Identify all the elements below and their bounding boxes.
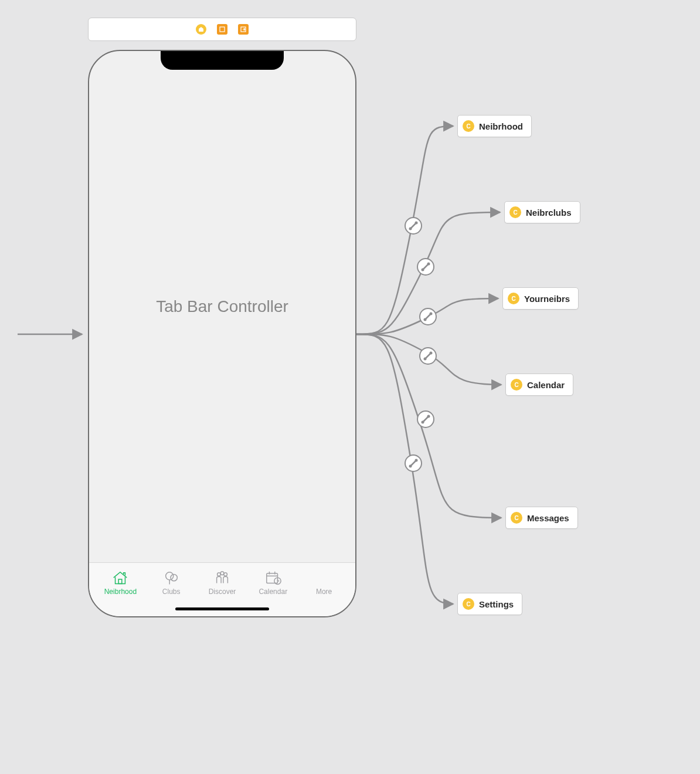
svg-point-16: [319, 576, 322, 579]
segue-badge: [417, 411, 434, 427]
svg-point-21: [409, 228, 412, 230]
svg-rect-4: [119, 579, 123, 584]
destination-neibrclubs[interactable]: C Neibrclubs: [504, 201, 580, 223]
svg-rect-2: [220, 27, 225, 32]
svg-point-26: [427, 263, 430, 266]
svg-line-20: [410, 222, 417, 229]
destination-label: Messages: [527, 513, 569, 523]
destination-neibrhood[interactable]: C Neibrhood: [457, 115, 532, 137]
svg-point-37: [422, 421, 424, 424]
home-indicator: [175, 607, 269, 610]
svg-point-42: [415, 459, 418, 462]
svg-point-29: [424, 318, 427, 321]
destination-yourneibrs[interactable]: C Yourneibrs: [502, 287, 579, 310]
tab-label: More: [316, 588, 332, 596]
svg-point-18: [327, 576, 329, 579]
club-icon: [162, 570, 180, 585]
tab-label: Discover: [209, 588, 236, 596]
tab-label: Calendar: [259, 588, 287, 596]
group-icon: [213, 570, 231, 585]
svg-point-31: [420, 348, 436, 364]
svg-point-22: [415, 222, 418, 225]
svg-line-40: [410, 460, 417, 467]
svg-marker-1: [199, 27, 203, 29]
destination-settings[interactable]: C Settings: [457, 593, 522, 615]
tab-label: Neibrhood: [104, 588, 137, 596]
destination-label: Calendar: [527, 380, 565, 390]
segue-badge: [420, 308, 436, 325]
destination-calendar[interactable]: C Calendar: [505, 374, 573, 396]
svg-point-5: [166, 572, 174, 580]
controller-circle-icon: C: [463, 120, 474, 132]
svg-point-39: [405, 455, 422, 471]
svg-point-9: [224, 573, 227, 576]
tab-more[interactable]: More: [298, 566, 349, 616]
svg-point-17: [322, 576, 325, 579]
svg-point-30: [430, 313, 433, 315]
svg-point-6: [171, 574, 177, 580]
svg-line-36: [422, 416, 429, 423]
calendar-icon: [264, 570, 282, 585]
svg-point-19: [405, 218, 422, 234]
svg-point-35: [417, 411, 434, 427]
tab-neibrhood[interactable]: Neibrhood: [95, 566, 146, 616]
destination-label: Settings: [479, 599, 514, 609]
phone-canvas: Tab Bar Controller Neibrhood: [88, 50, 356, 617]
controller-title: Tab Bar Controller: [89, 51, 355, 562]
svg-point-38: [427, 415, 430, 418]
segue-badge: [417, 259, 434, 275]
svg-point-27: [420, 308, 436, 325]
destination-label: Neibrhood: [479, 121, 523, 131]
destination-messages[interactable]: C Messages: [505, 507, 578, 529]
svg-point-25: [422, 269, 424, 271]
svg-point-10: [220, 572, 224, 575]
tab-label: Clubs: [162, 588, 181, 596]
svg-line-32: [424, 352, 431, 359]
house-icon: [111, 570, 129, 585]
svg-point-8: [218, 573, 221, 576]
controller-circle-icon: C: [511, 512, 522, 524]
controller-exit-icon: [238, 24, 249, 35]
svg-point-33: [424, 358, 427, 361]
controller-cube-icon: [217, 24, 227, 35]
controller-circle-icon: C: [509, 206, 521, 218]
controller-circle-icon: C: [511, 379, 522, 391]
destination-label: Neibrclubs: [526, 208, 572, 218]
segue-badge: [405, 455, 422, 471]
controller-circle-icon: [196, 24, 206, 35]
svg-line-24: [422, 263, 429, 270]
segue-badge: [420, 348, 436, 364]
svg-rect-0: [199, 29, 203, 32]
controller-circle-icon: C: [508, 293, 519, 304]
svg-point-34: [430, 352, 433, 355]
segue-badge: [405, 218, 422, 234]
more-icon: [315, 570, 333, 585]
svg-point-41: [409, 465, 412, 468]
svg-line-28: [424, 313, 431, 320]
scene-header-bar: [88, 18, 356, 41]
destination-label: Yourneibrs: [524, 294, 570, 304]
svg-point-23: [417, 259, 434, 275]
controller-circle-icon: C: [463, 598, 474, 610]
